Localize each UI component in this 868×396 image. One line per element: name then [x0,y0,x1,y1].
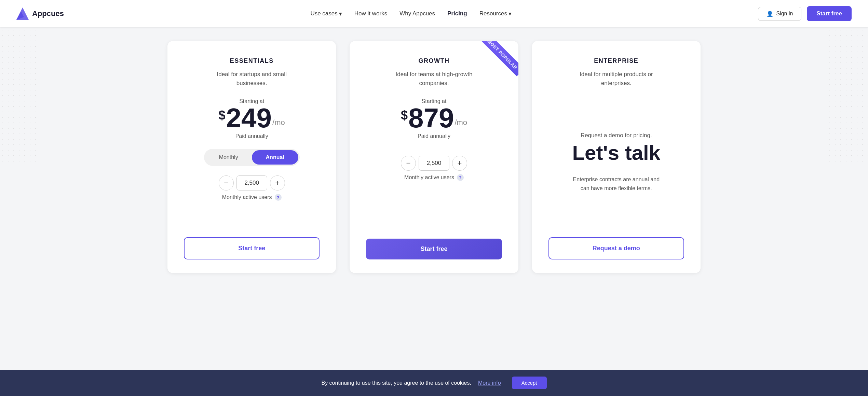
essentials-period: /mo [272,118,285,127]
billing-toggle: Monthly Annual [204,149,300,166]
growth-mau-value: 2,500 [419,156,449,171]
enterprise-name: ENTERPRISE [594,57,638,65]
navbar: Appcues Use cases ▾ How it works Why App… [0,0,868,27]
nav-use-cases[interactable]: Use cases ▾ [310,10,342,17]
nav-why-appcues[interactable]: Why Appcues [399,10,435,17]
essentials-increment-btn[interactable]: + [270,175,285,190]
essentials-billing-note: Paid annually [235,133,268,139]
most-popular-ribbon: MOST POPULAR [477,41,518,82]
plan-enterprise: ENTERPRISE Ideal for multiple products o… [532,41,701,273]
essentials-help-icon[interactable]: ? [275,194,282,201]
nav-links: Use cases ▾ How it works Why Appcues Pri… [310,10,512,17]
pricing-grid: ESSENTIALS Ideal for startups and small … [161,41,707,273]
growth-price-row: $ 879 /mo [401,106,467,130]
essentials-dollar: $ [219,109,226,122]
growth-period: /mo [455,118,467,127]
growth-mau-label: Monthly active users ? [404,174,464,181]
request-demo-text: Request a demo for pricing. [581,132,652,139]
enterprise-desc: Ideal for multiple products or enterpris… [568,70,664,87]
growth-stepper: − 2,500 + [401,156,467,171]
cookie-banner: By continuing to use this site, you agre… [0,370,868,396]
essentials-name: ESSENTIALS [230,57,274,65]
user-icon: 👤 [767,11,773,17]
nav-actions: 👤 Sign in Start free [758,6,852,21]
chevron-down-icon: ▾ [339,10,342,17]
growth-desc: Ideal for teams at high-growth companies… [386,70,482,87]
cookie-text: By continuing to use this site, you agre… [321,380,471,386]
logo-text: Appcues [32,9,64,18]
essentials-amount: 249 [226,106,272,130]
nav-how-it-works[interactable]: How it works [354,10,387,17]
essentials-stepper: − 2,500 + [219,175,285,190]
essentials-mau-label: Monthly active users ? [222,194,282,201]
plan-essentials: ESSENTIALS Ideal for startups and small … [167,41,336,273]
enterprise-cta-button[interactable]: Request a demo [548,237,684,259]
essentials-price-row: $ 249 /mo [219,106,285,130]
monthly-toggle-btn[interactable]: Monthly [205,150,252,165]
growth-amount: 879 [408,106,454,130]
plan-growth: MOST POPULAR GROWTH Ideal for teams at h… [350,41,518,273]
growth-decrement-btn[interactable]: − [401,156,416,171]
nav-startfree-button[interactable]: Start free [807,6,852,21]
nav-resources[interactable]: Resources ▾ [479,10,512,17]
growth-help-icon[interactable]: ? [457,174,464,181]
signin-button[interactable]: 👤 Sign in [758,7,801,21]
essentials-decrement-btn[interactable]: − [219,175,234,190]
growth-cta-button[interactable]: Start free [366,239,502,259]
cookie-accept-button[interactable]: Accept [512,377,547,389]
growth-name: GROWTH [419,57,450,65]
chevron-down-icon-resources: ▾ [508,10,512,17]
ribbon-text: MOST POPULAR [480,41,518,76]
growth-dollar: $ [401,109,408,122]
essentials-cta-button[interactable]: Start free [184,237,320,259]
growth-increment-btn[interactable]: + [452,156,467,171]
enterprise-note: Enterprise contracts are annual and can … [568,175,664,193]
lets-talk-heading: Let's talk [572,142,660,164]
annual-toggle-btn[interactable]: Annual [252,150,298,165]
logo[interactable]: Appcues [16,8,64,20]
cookie-more-info-link[interactable]: More info [478,380,501,386]
growth-billing-note: Paid annually [418,133,450,139]
essentials-desc: Ideal for startups and small businesses. [204,70,300,87]
logo-icon [16,8,29,20]
nav-pricing[interactable]: Pricing [447,10,467,17]
pricing-section: ESSENTIALS Ideal for startups and small … [0,27,868,314]
enterprise-content: Request a demo for pricing. Let's talk E… [568,98,664,237]
essentials-mau-value: 2,500 [236,175,267,190]
